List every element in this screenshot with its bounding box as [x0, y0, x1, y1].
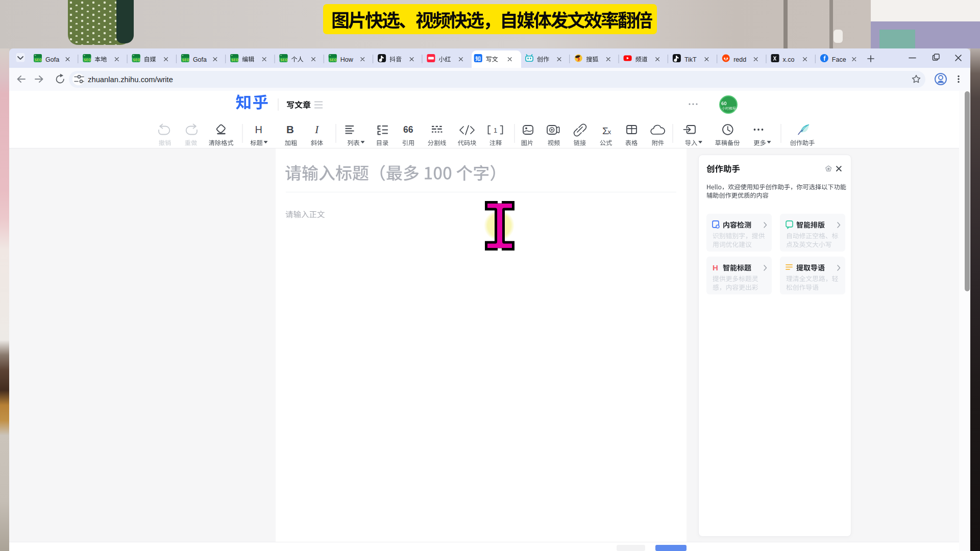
svg-text:1: 1: [494, 127, 497, 134]
svg-text:66: 66: [403, 124, 413, 135]
svg-text:I: I: [314, 123, 320, 136]
svg-text:Face: Face: [832, 56, 846, 63]
svg-text:redd: redd: [733, 56, 746, 63]
svg-text:TikT: TikT: [684, 56, 697, 63]
svg-text:B: B: [286, 123, 294, 135]
svg-text:Gofa: Gofa: [193, 56, 207, 63]
svg-text:x: x: [608, 128, 611, 136]
svg-text:H: H: [713, 263, 718, 272]
svg-text:How: How: [340, 56, 354, 63]
svg-text:x.co: x.co: [783, 56, 795, 63]
svg-text:H: H: [255, 124, 262, 135]
svg-text:zhuanlan.zhihu.com/write: zhuanlan.zhihu.com/write: [88, 76, 173, 84]
svg-text:Gofa: Gofa: [45, 56, 59, 63]
